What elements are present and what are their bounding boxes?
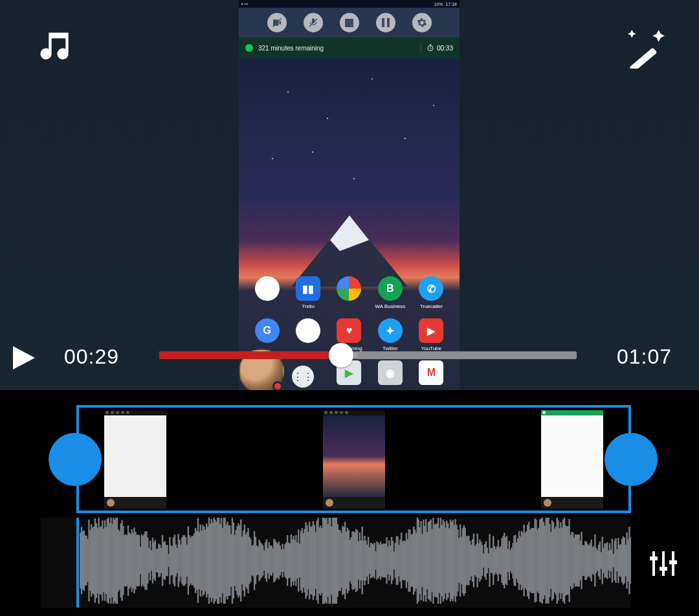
seek-marker (353, 353, 358, 358)
status-battery: 16% (434, 2, 443, 6)
app-tile[interactable] (289, 318, 327, 351)
waveform (80, 518, 631, 604)
app-tile-youtube[interactable]: ▶YouTube (412, 318, 450, 351)
thumbnail (541, 410, 603, 509)
thumbnail (104, 410, 166, 509)
app-tile-truecaller[interactable]: ✆Truecaller (412, 276, 450, 309)
mic-off-button[interactable] (304, 13, 323, 32)
status-clock: 17:34 (445, 2, 457, 6)
svg-rect-464 (650, 556, 658, 560)
divider (421, 42, 421, 54)
audio-playhead[interactable] (76, 518, 79, 608)
total-time: 01:07 (617, 345, 672, 369)
app-drawer-button[interactable]: ⋮⋮ (292, 366, 314, 388)
app-tile[interactable] (330, 276, 368, 309)
remaining-label: 321 minutes remaining (258, 45, 324, 52)
app-tile-trello[interactable]: ▮▮Trello (289, 276, 327, 309)
status-left: ▸•◂ (241, 1, 248, 6)
stop-button[interactable] (340, 13, 359, 32)
svg-rect-460 (630, 537, 631, 584)
seek-bar[interactable] (159, 351, 577, 359)
elapsed-value: 00:33 (437, 45, 453, 52)
video-track[interactable] (76, 405, 631, 513)
timeline-area (0, 390, 699, 616)
svg-rect-5 (387, 18, 390, 27)
recording-dot (245, 44, 253, 52)
app-tile[interactable] (249, 276, 286, 309)
recorder-status-bar: 321 minutes remaining 00:33 (239, 38, 460, 58)
pause-button[interactable] (376, 13, 395, 32)
seek-progress (159, 351, 333, 359)
play-button[interactable] (10, 345, 36, 371)
svg-marker-9 (13, 346, 35, 369)
video-off-button[interactable] (267, 13, 287, 32)
mixer-icon[interactable] (649, 549, 678, 578)
app-tile-google[interactable]: G (249, 318, 286, 351)
magic-wand-icon[interactable] (627, 28, 667, 69)
music-icon[interactable] (38, 28, 71, 62)
svg-rect-466 (669, 560, 677, 564)
recorder-toolbar (239, 8, 460, 38)
app-tile-wa-business[interactable]: BWA Business (372, 276, 409, 309)
thumbnail-strip (82, 410, 626, 508)
recording-indicator (272, 381, 283, 390)
seek-thumb[interactable] (329, 343, 353, 368)
settings-button[interactable] (412, 13, 432, 32)
dock-app-camera[interactable]: ◉ (372, 360, 409, 385)
svg-rect-0 (629, 47, 657, 69)
svg-rect-462 (662, 551, 665, 576)
audio-track[interactable] (41, 518, 631, 608)
video-frame: ▸•◂ 16% 17:34 321 minutes remaining 00:3… (239, 0, 460, 390)
svg-rect-4 (382, 18, 384, 27)
phone-status-bar: ▸•◂ 16% 17:34 (239, 0, 460, 8)
elapsed-time: 00:33 (427, 44, 453, 52)
video-preview-area: ▸•◂ 16% 17:34 321 minutes remaining 00:3… (0, 0, 699, 390)
trim-end-handle[interactable] (605, 433, 658, 486)
stopwatch-icon (427, 44, 434, 52)
thumbnail (323, 410, 385, 509)
phone-wallpaper: ▮▮Trello BWA Business ✆Truecaller G ♥YT … (239, 58, 460, 390)
svg-rect-461 (652, 551, 655, 576)
trim-start-handle[interactable] (49, 433, 102, 486)
svg-rect-465 (660, 567, 667, 571)
svg-rect-3 (345, 19, 353, 27)
app-tile-twitter[interactable]: ✦Twitter (372, 318, 409, 351)
dock-app-gmail[interactable]: M (412, 360, 450, 385)
current-time: 00:29 (64, 345, 119, 369)
